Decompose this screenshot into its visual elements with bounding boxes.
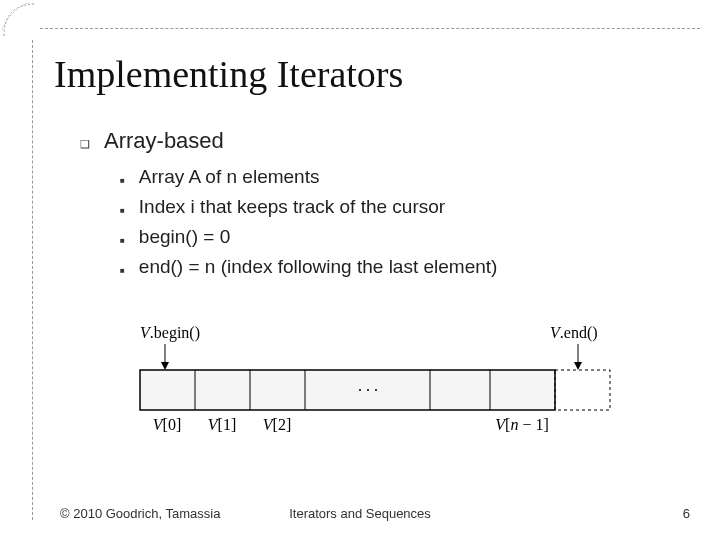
- slide-title: Implementing Iterators: [54, 52, 403, 96]
- diagram-end-label: V.end(): [550, 324, 598, 342]
- diagram-cell-label: V[0]: [153, 416, 181, 433]
- bullet-l1-text: Array-based: [104, 128, 224, 154]
- slide: Implementing Iterators ❑ Array-based ■ A…: [0, 0, 720, 540]
- bullet-l2-text: Array A of n elements: [139, 166, 320, 188]
- square-bullet-icon: ■: [120, 230, 125, 252]
- sub-list: ■ Array A of n elements ■ Index i that k…: [120, 166, 660, 282]
- stitch-left: [32, 40, 33, 520]
- array-diagram: V.begin() V.end() · · · V[0] V[1] V[2] V…: [120, 320, 620, 450]
- bullet-l2-text: end() = n (index following the last elem…: [139, 256, 498, 278]
- square-bullet-icon: ■: [120, 170, 125, 192]
- bullet-array-based: ❑ Array-based: [80, 128, 660, 156]
- bullet-l2-text: Index i that keeps track of the cursor: [139, 196, 445, 218]
- corner-stitch: [2, 2, 38, 38]
- diagram-cell-label: V[2]: [263, 416, 291, 433]
- diagram-begin-label: V.begin(): [140, 324, 200, 342]
- bullet-l2-item: ■ begin() = 0: [120, 226, 660, 252]
- bullet-l2-text: begin() = 0: [139, 226, 230, 248]
- bullet-l2-item: ■ Index i that keeps track of the cursor: [120, 196, 660, 222]
- diagram-cell-label: V[n − 1]: [495, 416, 548, 433]
- diagram-ellipsis: · · ·: [358, 382, 378, 399]
- diagram-cell-label: V[1]: [208, 416, 236, 433]
- footer: © 2010 Goodrich, Tamassia Iterators and …: [0, 506, 720, 526]
- svg-rect-10: [555, 370, 610, 410]
- svg-marker-1: [161, 362, 169, 370]
- square-bullet-icon: ❑: [80, 132, 90, 156]
- content: ❑ Array-based ■ Array A of n elements ■ …: [80, 128, 660, 286]
- footer-title: Iterators and Sequences: [0, 506, 720, 521]
- square-bullet-icon: ■: [120, 260, 125, 282]
- svg-rect-4: [140, 370, 555, 410]
- svg-marker-3: [574, 362, 582, 370]
- footer-page-number: 6: [683, 506, 690, 521]
- square-bullet-icon: ■: [120, 200, 125, 222]
- bullet-l2-item: ■ Array A of n elements: [120, 166, 660, 192]
- stitch-top: [40, 28, 700, 29]
- bullet-l2-item: ■ end() = n (index following the last el…: [120, 256, 660, 282]
